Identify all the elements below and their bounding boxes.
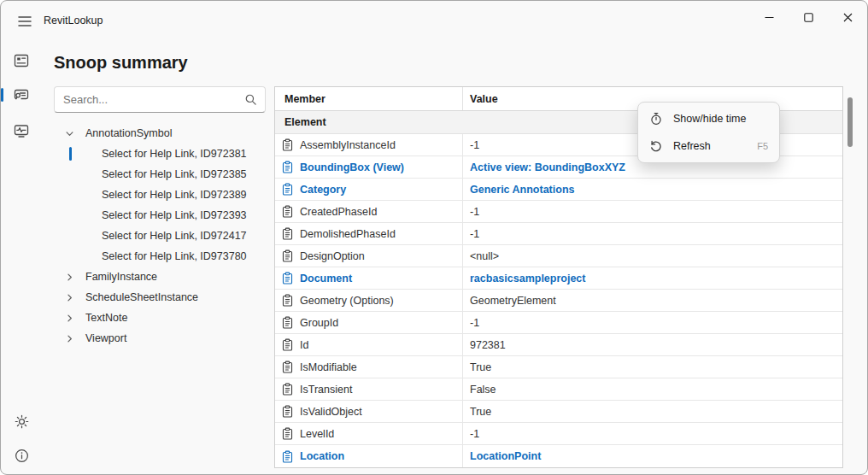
member-cell: IsModifiable [275, 356, 463, 378]
member-cell: IsTransient [275, 378, 463, 400]
sidebar-item-about[interactable] [4, 440, 38, 471]
value-cell-label: -1 [470, 317, 479, 329]
search-icon[interactable] [244, 93, 257, 106]
tree-item-label: Select for Help Link, ID972381 [102, 148, 247, 160]
table-row[interactable]: GroupId -1 [275, 312, 842, 334]
member-cell: AssemblyInstanceId [275, 134, 463, 155]
snoop-search-icon [13, 86, 30, 103]
tree-item[interactable]: Select for Help Link, ID972385 [54, 164, 269, 185]
table-row[interactable]: LevelId -1 [275, 423, 842, 445]
tree-chevron-icon[interactable] [64, 292, 74, 302]
member-cell-label: Document [300, 273, 352, 284]
tree-item[interactable]: AnnotationSymbol [54, 123, 269, 144]
tree-chevron-icon[interactable] [64, 128, 74, 138]
table-row[interactable]: DesignOption <null> [275, 245, 842, 267]
minimize-button[interactable] [749, 1, 789, 33]
value-cell: GeometryElement [463, 290, 842, 311]
table-row[interactable]: Geometry (Options) GeometryElement [275, 290, 842, 312]
tree-item[interactable]: Select for Help Link, ID972389 [54, 185, 269, 205]
clipboard-icon [282, 294, 293, 307]
scrollbar-thumb[interactable] [847, 97, 853, 147]
sidebar-item-dashboard[interactable] [4, 45, 38, 76]
tree-item-label: Select for Help Link, ID972385 [102, 168, 247, 180]
table-row[interactable]: IsModifiable True [275, 356, 842, 378]
member-cell: BoundingBox (View) [275, 156, 463, 178]
tree-chevron-icon[interactable] [64, 313, 74, 323]
clipboard-icon [282, 183, 293, 196]
clipboard-icon [282, 249, 293, 262]
tree-chevron-icon[interactable] [64, 333, 74, 343]
member-cell-label: Id [300, 339, 308, 351]
menu-item-show-hide-time[interactable]: Show/hide time [641, 105, 777, 132]
sidebar [1, 38, 42, 474]
close-button[interactable] [828, 1, 867, 33]
value-cell-label: Active view: BoundingBoxXYZ [470, 161, 625, 173]
clipboard-icon [282, 316, 293, 329]
search-input[interactable] [55, 93, 244, 106]
value-cell-label: racbasicsampleproject [470, 273, 586, 284]
column-header-member[interactable]: Member [275, 87, 463, 110]
page-title: Snoop summary [54, 53, 188, 73]
clipboard-icon [282, 272, 293, 284]
value-cell: -1 [463, 312, 842, 333]
maximize-button[interactable] [789, 1, 828, 33]
menu-item-shortcut: F5 [757, 141, 768, 151]
value-cell: <null> [463, 245, 842, 267]
table-scrollbar[interactable] [847, 90, 853, 462]
table-row[interactable]: CreatedPhaseId -1 [275, 201, 842, 223]
tree-item[interactable]: TextNote [54, 308, 269, 328]
table-row[interactable]: Id 972381 [275, 334, 842, 356]
table-row[interactable]: DemolishedPhaseId -1 [275, 223, 842, 245]
window-icon [13, 52, 30, 69]
hamburger-menu-button[interactable] [9, 9, 40, 34]
sidebar-item-event-monitor[interactable] [4, 115, 38, 146]
member-cell-label: AssemblyInstanceId [300, 139, 396, 151]
value-cell-label: 972381 [470, 339, 506, 351]
value-cell: True [463, 356, 842, 378]
table-row[interactable]: Location LocationPoint [275, 445, 842, 467]
value-cell: False [463, 378, 842, 400]
monitor-pulse-icon [13, 122, 30, 139]
context-menu: Show/hide time Refresh F5 [637, 102, 780, 163]
table-row[interactable]: IsValidObject True [275, 401, 842, 423]
clipboard-icon [282, 205, 293, 218]
member-cell-label: LevelId [300, 428, 334, 440]
table-row[interactable]: Category Generic Annotations [275, 179, 842, 201]
table-row[interactable]: IsTransient False [275, 378, 842, 401]
sidebar-item-snoop[interactable] [4, 79, 38, 110]
member-cell-label: Geometry (Options) [300, 295, 394, 307]
hamburger-icon [18, 15, 32, 27]
tree-item-label: FamilyInstance [85, 271, 157, 283]
member-cell-label: DemolishedPhaseId [300, 228, 396, 240]
value-cell: 972381 [463, 334, 842, 355]
value-cell-label: Generic Annotations [470, 184, 574, 196]
tree-chevron-icon[interactable] [64, 272, 74, 282]
member-cell-label: BoundingBox (View) [300, 161, 404, 173]
tree-item[interactable]: Viewport [54, 328, 269, 349]
tree-item[interactable]: Select for Help Link, ID973780 [54, 246, 269, 267]
value-cell-label: True [470, 361, 491, 373]
clipboard-icon [282, 227, 293, 240]
table-row[interactable]: Document racbasicsampleproject [275, 267, 842, 290]
member-cell-label: DesignOption [300, 250, 365, 262]
tree-item[interactable]: ScheduleSheetInstance [54, 287, 269, 308]
app-window: RevitLookup [0, 0, 868, 475]
tree-item[interactable]: Select for Help Link, ID972381 [54, 144, 269, 164]
clipboard-icon [282, 427, 293, 440]
menu-item-label: Show/hide time [673, 113, 758, 125]
member-cell: IsValidObject [275, 401, 463, 422]
member-cell: LevelId [275, 423, 463, 444]
tree-item[interactable]: Select for Help Link, ID972417 [54, 226, 269, 246]
value-cell: -1 [463, 423, 842, 444]
tree-item-label: AnnotationSymbol [85, 127, 172, 139]
refresh-icon [649, 139, 663, 153]
value-cell-label: False [470, 384, 496, 396]
value-cell-label: -1 [470, 428, 479, 440]
tree-item[interactable]: FamilyInstance [54, 267, 269, 287]
tree-item[interactable]: Select for Help Link, ID972393 [54, 205, 269, 226]
gear-icon [14, 413, 30, 430]
sidebar-item-settings[interactable] [4, 406, 38, 437]
tree-item-label: Select for Help Link, ID972389 [102, 189, 247, 201]
minimize-icon [765, 13, 774, 22]
menu-item-refresh[interactable]: Refresh F5 [641, 132, 777, 160]
